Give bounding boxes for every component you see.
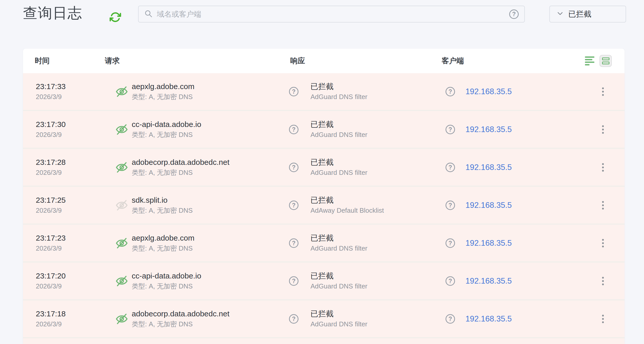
row-type-info: 类型: A, 无加密 DNS bbox=[132, 207, 193, 214]
page-title: 查询日志 bbox=[23, 4, 82, 23]
client-help-icon[interactable] bbox=[446, 125, 455, 134]
detailed-view-icon[interactable] bbox=[599, 55, 612, 67]
client-ip-link[interactable]: 192.168.35.5 bbox=[465, 276, 512, 286]
eye-off-icon bbox=[115, 85, 128, 98]
column-header-response: 响应 bbox=[290, 56, 305, 66]
response-cell: 已拦截 AdGuard DNS filter bbox=[310, 234, 368, 252]
eye-off-icon bbox=[115, 312, 128, 326]
table-row[interactable]: 23:17:23 2026/3/9 aepxlg.adobe.com 类型: A… bbox=[23, 225, 625, 263]
response-help-icon[interactable] bbox=[289, 276, 298, 286]
row-menu-button[interactable] bbox=[600, 161, 606, 174]
row-domain: adobecorp.data.adobedc.net bbox=[132, 158, 229, 167]
search-box bbox=[138, 6, 525, 23]
row-menu-button[interactable] bbox=[600, 237, 606, 249]
eye-off-icon bbox=[115, 199, 128, 212]
client-help-icon[interactable] bbox=[446, 163, 455, 172]
response-filter-dropdown[interactable]: 已拦截 bbox=[549, 6, 626, 23]
row-filter-list: AdGuard DNS filter bbox=[310, 93, 368, 101]
time-cell: 23:17:33 2026/3/9 bbox=[36, 82, 66, 101]
eye-off-icon bbox=[115, 161, 128, 174]
row-domain: cc-api-data.adobe.io bbox=[132, 120, 201, 129]
response-cell: 已拦截 AdGuard DNS filter bbox=[310, 158, 368, 177]
response-help-icon[interactable] bbox=[289, 125, 298, 134]
client-help-icon[interactable] bbox=[446, 238, 455, 248]
compact-view-icon[interactable] bbox=[585, 57, 594, 66]
query-log-table: 时间 请求 响应 客户端 23:17:33 2026/3/9 aepxlg.ad… bbox=[23, 49, 625, 344]
client-help-icon[interactable] bbox=[446, 314, 455, 324]
table-header: 时间 请求 响应 客户端 bbox=[23, 49, 625, 73]
response-cell: 已拦截 AdGuard DNS filter bbox=[310, 309, 368, 328]
client-ip-link[interactable]: 192.168.35.5 bbox=[465, 163, 512, 172]
row-time: 23:17:23 bbox=[36, 234, 66, 243]
client-ip-link[interactable]: 192.168.35.5 bbox=[465, 239, 512, 248]
row-status: 已拦截 bbox=[310, 120, 368, 129]
row-filter-list: AdGuard DNS filter bbox=[310, 320, 368, 328]
request-cell: adobecorp.data.adobedc.net 类型: A, 无加密 DN… bbox=[132, 309, 229, 328]
filter-selected-label: 已拦截 bbox=[568, 9, 591, 19]
search-input[interactable] bbox=[157, 10, 505, 18]
row-domain: aepxlg.adobe.com bbox=[132, 82, 194, 91]
request-cell: sdk.split.io 类型: A, 无加密 DNS bbox=[132, 196, 193, 214]
response-help-icon[interactable] bbox=[289, 200, 298, 210]
row-time: 23:17:25 bbox=[36, 196, 66, 205]
row-menu-button[interactable] bbox=[600, 199, 606, 211]
row-domain: sdk.split.io bbox=[132, 196, 193, 205]
response-help-icon[interactable] bbox=[289, 314, 298, 324]
row-type-info: 类型: A, 无加密 DNS bbox=[132, 283, 201, 290]
row-date: 2026/3/9 bbox=[36, 131, 66, 139]
row-type-info: 类型: A, 无加密 DNS bbox=[132, 320, 229, 328]
row-domain: adobecorp.data.adobedc.net bbox=[132, 309, 229, 318]
row-menu-button[interactable] bbox=[600, 123, 606, 136]
client-ip-link[interactable]: 192.168.35.5 bbox=[465, 87, 512, 96]
chevron-down-icon bbox=[557, 10, 564, 18]
response-cell: 已拦截 AdGuard DNS filter bbox=[310, 120, 368, 139]
table-row[interactable]: 23:17:18 2026/3/9 adobecorp.data.adobedc… bbox=[23, 300, 625, 338]
row-date: 2026/3/9 bbox=[36, 207, 66, 214]
table-row[interactable]: 23:17:25 2026/3/9 sdk.split.io 类型: A, 无加… bbox=[23, 187, 625, 225]
row-type-info: 类型: A, 无加密 DNS bbox=[132, 93, 194, 101]
row-filter-list: AdGuard DNS filter bbox=[310, 245, 368, 252]
row-time: 23:17:30 bbox=[36, 120, 66, 129]
table-row[interactable]: 23:17:28 2026/3/9 adobecorp.data.adobedc… bbox=[23, 149, 625, 187]
eye-off-icon bbox=[115, 274, 128, 288]
row-date: 2026/3/9 bbox=[36, 245, 66, 252]
client-ip-link[interactable]: 192.168.35.5 bbox=[465, 314, 512, 324]
request-cell: cc-api-data.adobe.io 类型: A, 无加密 DNS bbox=[132, 120, 201, 139]
row-menu-button[interactable] bbox=[600, 85, 606, 98]
row-menu-button[interactable] bbox=[600, 275, 606, 287]
column-header-client: 客户端 bbox=[442, 56, 464, 66]
response-help-icon[interactable] bbox=[289, 238, 298, 248]
request-cell: aepxlg.adobe.com 类型: A, 无加密 DNS bbox=[132, 82, 194, 101]
row-filter-list: AdGuard DNS filter bbox=[310, 283, 368, 290]
search-help-icon[interactable] bbox=[509, 9, 519, 19]
eye-off-icon bbox=[115, 123, 128, 136]
time-cell: 23:17:25 2026/3/9 bbox=[36, 196, 66, 214]
client-help-icon[interactable] bbox=[446, 87, 455, 96]
refresh-icon bbox=[109, 20, 121, 24]
row-status: 已拦截 bbox=[310, 158, 368, 167]
client-ip-link[interactable]: 192.168.35.5 bbox=[465, 125, 512, 134]
row-domain: aepxlg.adobe.com bbox=[132, 234, 194, 243]
row-time: 23:17:18 bbox=[36, 309, 66, 318]
table-row[interactable]: 23:17:20 2026/3/9 cc-api-data.adobe.io 类… bbox=[23, 263, 625, 300]
row-type-info: 类型: A, 无加密 DNS bbox=[132, 169, 229, 177]
client-ip-link[interactable]: 192.168.35.5 bbox=[465, 201, 512, 210]
row-date: 2026/3/9 bbox=[36, 320, 66, 328]
response-cell: 已拦截 AdGuard DNS filter bbox=[310, 272, 368, 290]
table-row[interactable]: 23:17:33 2026/3/9 aepxlg.adobe.com 类型: A… bbox=[23, 73, 625, 111]
client-help-icon[interactable] bbox=[446, 200, 455, 210]
response-help-icon[interactable] bbox=[289, 163, 298, 172]
client-help-icon[interactable] bbox=[446, 276, 455, 286]
row-menu-button[interactable] bbox=[600, 313, 606, 325]
table-row[interactable]: 23:17:30 2026/3/9 cc-api-data.adobe.io 类… bbox=[23, 111, 625, 149]
refresh-button[interactable] bbox=[109, 11, 121, 23]
row-status: 已拦截 bbox=[310, 272, 368, 281]
response-help-icon[interactable] bbox=[289, 87, 298, 96]
request-cell: adobecorp.data.adobedc.net 类型: A, 无加密 DN… bbox=[132, 158, 229, 177]
request-cell: aepxlg.adobe.com 类型: A, 无加密 DNS bbox=[132, 234, 194, 252]
row-date: 2026/3/9 bbox=[36, 93, 66, 101]
time-cell: 23:17:23 2026/3/9 bbox=[36, 234, 66, 252]
search-icon bbox=[144, 9, 153, 19]
column-header-request: 请求 bbox=[105, 56, 120, 66]
row-domain: cc-api-data.adobe.io bbox=[132, 272, 201, 281]
